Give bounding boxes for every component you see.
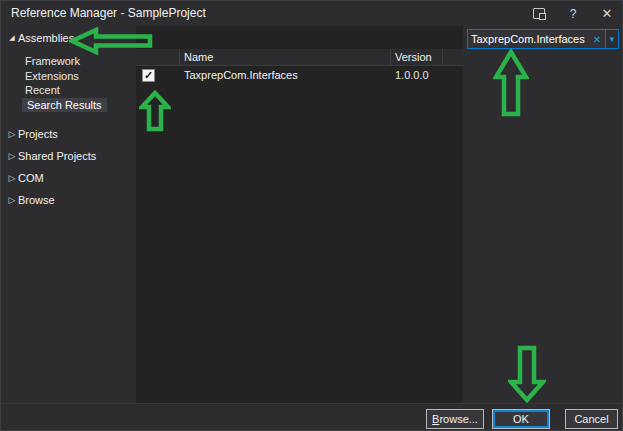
help-button[interactable]: ? <box>556 1 590 26</box>
table-row[interactable]: ✓ TaxprepCom.Interfaces 1.0.0.0 <box>136 66 463 84</box>
assembly-list: Name Version ✓ TaxprepCom.Interfaces 1.0… <box>136 26 463 403</box>
sidebar-item-shared-projects[interactable]: ▷ Shared Projects <box>6 150 96 162</box>
sidebar-item-extensions[interactable]: Extensions <box>25 70 79 82</box>
reference-manager-dialog: Reference Manager - SampleProject ? ✕ ◢ … <box>0 0 623 431</box>
clear-icon: ✕ <box>593 34 601 45</box>
help-icon: ? <box>570 7 577 21</box>
sidebar-item-label: Browse <box>18 194 55 206</box>
sidebar-item-label: Assemblies <box>18 32 74 44</box>
close-icon: ✕ <box>602 6 613 21</box>
browse-button[interactable]: Browse... <box>426 409 484 429</box>
sidebar-item-recent[interactable]: Recent <box>25 84 60 96</box>
list-header: Name Version <box>136 49 463 66</box>
ok-button[interactable]: OK <box>492 409 550 429</box>
tree-collapsed-icon: ▷ <box>6 195 18 205</box>
title-bar: Reference Manager - SampleProject ? ✕ <box>1 1 623 26</box>
sidebar-item-projects[interactable]: ▷ Projects <box>6 128 58 140</box>
sidebar-item-label: Shared Projects <box>18 150 96 162</box>
feedback-icon <box>533 8 545 19</box>
tree-collapsed-icon: ▷ <box>6 129 18 139</box>
feedback-button[interactable] <box>522 1 556 26</box>
search-clear-button[interactable]: ✕ <box>589 30 605 48</box>
row-name: TaxprepCom.Interfaces <box>180 69 391 81</box>
tree-collapsed-icon: ▷ <box>6 173 18 183</box>
detail-panel: ✕ ▾ <box>463 26 623 403</box>
row-version: 1.0.0.0 <box>391 69 443 81</box>
sidebar-item-label: Extensions <box>25 70 79 82</box>
sidebar-item-label: COM <box>18 172 44 184</box>
close-button[interactable]: ✕ <box>590 1 623 26</box>
column-header-name[interactable]: Name <box>180 49 391 65</box>
dialog-footer: Browse... OK Cancel <box>1 403 623 431</box>
sidebar-item-browse[interactable]: ▷ Browse <box>6 194 55 206</box>
checkmark-icon: ✓ <box>144 70 153 81</box>
column-header-version[interactable]: Version <box>391 49 443 65</box>
column-header-checkbox[interactable] <box>136 49 180 65</box>
sidebar-item-assemblies[interactable]: ◢ Assemblies <box>6 32 74 44</box>
tree-collapsed-icon: ▷ <box>6 151 18 161</box>
sidebar-item-label: Search Results <box>27 99 102 111</box>
tree-expanded-icon: ◢ <box>6 34 18 42</box>
window-title: Reference Manager - SampleProject <box>11 6 206 20</box>
search-box: ✕ ▾ <box>467 29 619 49</box>
sidebar-item-com[interactable]: ▷ COM <box>6 172 44 184</box>
sidebar-item-label: Recent <box>25 84 60 96</box>
sidebar-item-label: Projects <box>18 128 58 140</box>
search-dropdown-button[interactable]: ▾ <box>605 30 618 48</box>
search-input[interactable] <box>468 30 589 48</box>
chevron-down-icon: ▾ <box>610 34 615 44</box>
window-controls: ? ✕ <box>522 1 623 26</box>
category-tree: ◢ Assemblies Framework Extensions Recent… <box>1 26 136 403</box>
row-checkbox[interactable]: ✓ <box>142 69 155 82</box>
sidebar-item-framework[interactable]: Framework <box>25 55 80 67</box>
sidebar-item-search-results[interactable]: Search Results <box>22 98 107 112</box>
row-checkbox-cell: ✓ <box>136 69 180 82</box>
cancel-button[interactable]: Cancel <box>565 409 618 429</box>
column-header-extra <box>443 49 463 65</box>
sidebar-item-label: Framework <box>25 55 80 67</box>
